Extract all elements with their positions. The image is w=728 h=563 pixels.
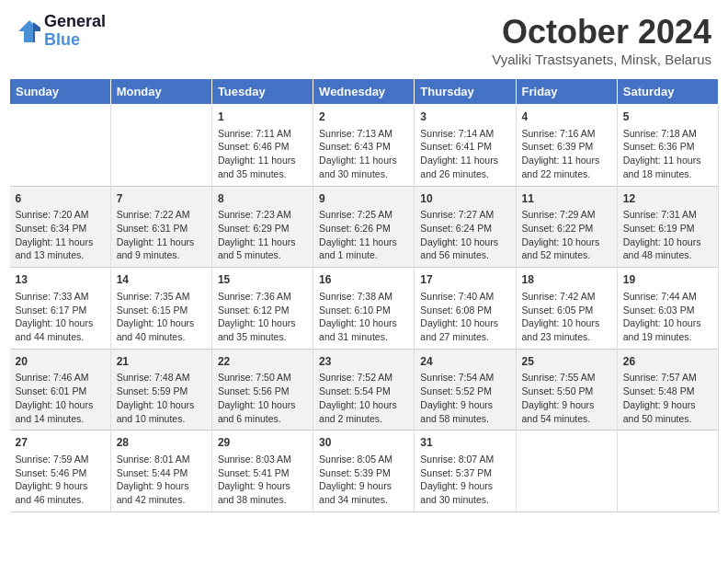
weekday-header: Friday	[516, 79, 617, 105]
calendar-table: SundayMondayTuesdayWednesdayThursdayFrid…	[9, 78, 719, 512]
cell-content: Sunrise: 7:20 AM Sunset: 6:34 PM Dayligh…	[16, 208, 105, 262]
calendar-cell: 9Sunrise: 7:25 AM Sunset: 6:26 PM Daylig…	[313, 186, 415, 268]
calendar-cell: 8Sunrise: 7:23 AM Sunset: 6:29 PM Daylig…	[211, 186, 313, 268]
calendar-cell: 27Sunrise: 7:59 AM Sunset: 5:46 PM Dayli…	[10, 431, 111, 512]
calendar-cell: 31Sunrise: 8:07 AM Sunset: 5:37 PM Dayli…	[415, 431, 516, 512]
logo-icon	[17, 18, 42, 44]
day-number: 26	[623, 354, 712, 370]
calendar-cell: 30Sunrise: 8:05 AM Sunset: 5:39 PM Dayli…	[313, 431, 415, 512]
calendar-cell: 22Sunrise: 7:50 AM Sunset: 5:56 PM Dayli…	[211, 349, 313, 431]
day-number: 30	[319, 435, 408, 451]
day-number: 21	[117, 354, 206, 370]
logo-text: General Blue	[44, 13, 106, 50]
cell-content: Sunrise: 7:13 AM Sunset: 6:43 PM Dayligh…	[319, 127, 408, 181]
calendar-cell	[10, 105, 111, 187]
logo-line2: Blue	[44, 31, 106, 50]
calendar-week-row: 13Sunrise: 7:33 AM Sunset: 6:17 PM Dayli…	[10, 268, 719, 350]
calendar-cell: 25Sunrise: 7:55 AM Sunset: 5:50 PM Dayli…	[516, 349, 617, 431]
day-number: 1	[218, 109, 307, 125]
calendar-cell: 12Sunrise: 7:31 AM Sunset: 6:19 PM Dayli…	[617, 186, 718, 268]
cell-content: Sunrise: 7:16 AM Sunset: 6:39 PM Dayligh…	[522, 127, 611, 181]
cell-content: Sunrise: 7:50 AM Sunset: 5:56 PM Dayligh…	[218, 371, 307, 425]
calendar-week-row: 20Sunrise: 7:46 AM Sunset: 6:01 PM Dayli…	[10, 349, 719, 431]
cell-content: Sunrise: 7:48 AM Sunset: 5:59 PM Dayligh…	[117, 371, 206, 425]
day-number: 12	[623, 191, 712, 207]
weekday-header: Monday	[110, 79, 211, 105]
calendar-week-row: 6Sunrise: 7:20 AM Sunset: 6:34 PM Daylig…	[10, 186, 719, 268]
calendar-cell: 11Sunrise: 7:29 AM Sunset: 6:22 PM Dayli…	[516, 186, 617, 268]
logo: General Blue	[17, 13, 106, 50]
header-row: SundayMondayTuesdayWednesdayThursdayFrid…	[10, 79, 719, 105]
day-number: 22	[218, 354, 307, 370]
cell-content: Sunrise: 7:23 AM Sunset: 6:29 PM Dayligh…	[218, 208, 307, 262]
day-number: 20	[16, 354, 105, 370]
calendar-cell: 3Sunrise: 7:14 AM Sunset: 6:41 PM Daylig…	[415, 105, 516, 187]
main-title: October 2024	[492, 13, 711, 52]
cell-content: Sunrise: 7:55 AM Sunset: 5:50 PM Dayligh…	[522, 371, 611, 425]
calendar-cell: 24Sunrise: 7:54 AM Sunset: 5:52 PM Dayli…	[415, 349, 516, 431]
day-number: 14	[117, 272, 206, 288]
calendar-cell	[516, 431, 617, 512]
day-number: 18	[522, 272, 611, 288]
cell-content: Sunrise: 7:42 AM Sunset: 6:05 PM Dayligh…	[522, 290, 611, 344]
cell-content: Sunrise: 7:27 AM Sunset: 6:24 PM Dayligh…	[420, 208, 509, 262]
calendar-cell: 10Sunrise: 7:27 AM Sunset: 6:24 PM Dayli…	[415, 186, 516, 268]
logo-line1: General	[44, 13, 106, 31]
day-number: 13	[16, 272, 105, 288]
cell-content: Sunrise: 8:07 AM Sunset: 5:37 PM Dayligh…	[420, 453, 509, 507]
cell-content: Sunrise: 7:46 AM Sunset: 6:01 PM Dayligh…	[16, 371, 105, 425]
cell-content: Sunrise: 7:36 AM Sunset: 6:12 PM Dayligh…	[218, 290, 307, 344]
header: General Blue October 2024 Vyaliki Trasts…	[9, 9, 719, 71]
weekday-header: Tuesday	[211, 79, 313, 105]
weekday-header: Wednesday	[313, 79, 415, 105]
calendar-cell: 4Sunrise: 7:16 AM Sunset: 6:39 PM Daylig…	[516, 105, 617, 187]
day-number: 9	[319, 191, 408, 207]
cell-content: Sunrise: 7:40 AM Sunset: 6:08 PM Dayligh…	[420, 290, 509, 344]
calendar-cell: 28Sunrise: 8:01 AM Sunset: 5:44 PM Dayli…	[110, 431, 211, 512]
day-number: 5	[623, 109, 712, 125]
calendar-cell: 7Sunrise: 7:22 AM Sunset: 6:31 PM Daylig…	[110, 186, 211, 268]
cell-content: Sunrise: 7:38 AM Sunset: 6:10 PM Dayligh…	[319, 290, 408, 344]
cell-content: Sunrise: 7:22 AM Sunset: 6:31 PM Dayligh…	[117, 208, 206, 262]
cell-content: Sunrise: 7:11 AM Sunset: 6:46 PM Dayligh…	[218, 127, 307, 181]
day-number: 24	[420, 354, 509, 370]
cell-content: Sunrise: 7:54 AM Sunset: 5:52 PM Dayligh…	[420, 371, 509, 425]
cell-content: Sunrise: 7:33 AM Sunset: 6:17 PM Dayligh…	[16, 290, 105, 344]
cell-content: Sunrise: 7:14 AM Sunset: 6:41 PM Dayligh…	[420, 127, 509, 181]
calendar-cell	[110, 105, 211, 187]
day-number: 7	[117, 191, 206, 207]
calendar-cell: 21Sunrise: 7:48 AM Sunset: 5:59 PM Dayli…	[110, 349, 211, 431]
calendar-cell: 17Sunrise: 7:40 AM Sunset: 6:08 PM Dayli…	[415, 268, 516, 350]
title-area: October 2024 Vyaliki Trastsyanets, Minsk…	[492, 13, 711, 67]
cell-content: Sunrise: 7:29 AM Sunset: 6:22 PM Dayligh…	[522, 208, 611, 262]
weekday-header: Sunday	[10, 79, 111, 105]
day-number: 16	[319, 272, 408, 288]
calendar-cell: 29Sunrise: 8:03 AM Sunset: 5:41 PM Dayli…	[211, 431, 313, 512]
calendar-cell: 26Sunrise: 7:57 AM Sunset: 5:48 PM Dayli…	[617, 349, 718, 431]
weekday-header: Saturday	[617, 79, 718, 105]
cell-content: Sunrise: 7:57 AM Sunset: 5:48 PM Dayligh…	[623, 371, 712, 425]
cell-content: Sunrise: 7:31 AM Sunset: 6:19 PM Dayligh…	[623, 208, 712, 262]
calendar-cell: 23Sunrise: 7:52 AM Sunset: 5:54 PM Dayli…	[313, 349, 415, 431]
day-number: 4	[522, 109, 611, 125]
day-number: 3	[420, 109, 509, 125]
calendar-week-row: 1Sunrise: 7:11 AM Sunset: 6:46 PM Daylig…	[10, 105, 719, 187]
day-number: 28	[117, 435, 206, 451]
day-number: 27	[16, 435, 105, 451]
cell-content: Sunrise: 7:18 AM Sunset: 6:36 PM Dayligh…	[623, 127, 712, 181]
cell-content: Sunrise: 7:35 AM Sunset: 6:15 PM Dayligh…	[117, 290, 206, 344]
calendar-cell: 16Sunrise: 7:38 AM Sunset: 6:10 PM Dayli…	[313, 268, 415, 350]
cell-content: Sunrise: 7:52 AM Sunset: 5:54 PM Dayligh…	[319, 371, 408, 425]
day-number: 29	[218, 435, 307, 451]
calendar-cell	[617, 431, 718, 512]
day-number: 15	[218, 272, 307, 288]
cell-content: Sunrise: 8:01 AM Sunset: 5:44 PM Dayligh…	[117, 453, 206, 507]
day-number: 19	[623, 272, 712, 288]
day-number: 10	[420, 191, 509, 207]
day-number: 17	[420, 272, 509, 288]
cell-content: Sunrise: 8:03 AM Sunset: 5:41 PM Dayligh…	[218, 453, 307, 507]
calendar-cell: 15Sunrise: 7:36 AM Sunset: 6:12 PM Dayli…	[211, 268, 313, 350]
day-number: 25	[522, 354, 611, 370]
day-number: 8	[218, 191, 307, 207]
cell-content: Sunrise: 7:25 AM Sunset: 6:26 PM Dayligh…	[319, 208, 408, 262]
